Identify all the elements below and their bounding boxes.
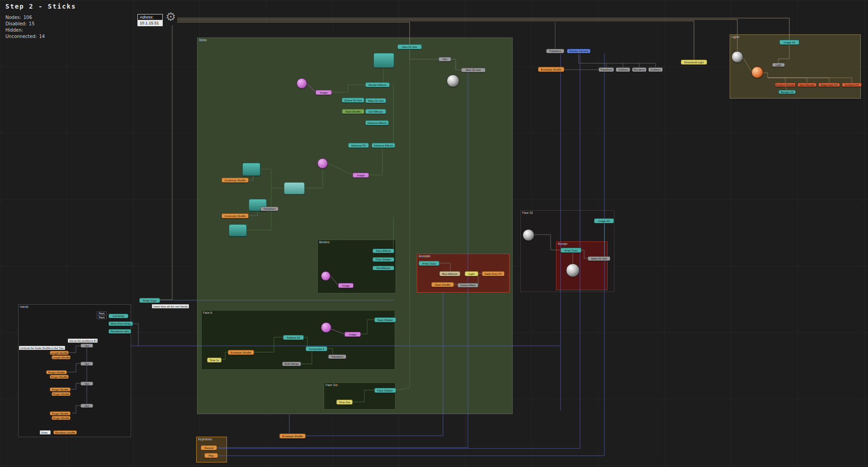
renderer-circle-1[interactable] bbox=[297, 78, 307, 89]
finger-shuffle-3[interactable]: Finger Shuffle bbox=[50, 387, 71, 392]
advance-effects-node-2[interactable]: Advance Effects bbox=[372, 143, 395, 148]
wire-02-node[interactable]: Wire 02 /w/e bbox=[461, 68, 486, 72]
get-effector-node-2[interactable]: Get Effector bbox=[373, 266, 394, 270]
warp-01-node[interactable]: Warp 01 /w/e bbox=[365, 98, 386, 103]
spot-render-node[interactable]: Spot Render bbox=[797, 83, 816, 87]
stick-shuffle-node[interactable]: Stick Shuffle bbox=[342, 109, 364, 114]
envelope-shuffle-top[interactable]: Envelope Shuffle bbox=[538, 67, 564, 72]
finger-shuffle-2[interactable]: Finger Shuffle bbox=[50, 375, 69, 379]
render-03-node[interactable]: Render 03 bbox=[778, 90, 796, 94]
geo-node-5[interactable] bbox=[229, 224, 247, 236]
render-effects-node[interactable]: Render Effects bbox=[365, 82, 390, 87]
colour-warp-node[interactable]: Colour Warp bbox=[458, 283, 478, 288]
continuity-shuffle-1[interactable]: Continuity Shuffle bbox=[222, 178, 249, 183]
image-03-node[interactable]: Image 03 bbox=[594, 218, 614, 223]
get-effector-node-1[interactable]: Get Effector bbox=[365, 109, 386, 114]
display-camera-node[interactable]: Display Camera bbox=[567, 49, 590, 53]
play-node[interactable]: Play bbox=[204, 453, 218, 458]
renderers-node[interactable]: Renderers /w/e bbox=[108, 329, 131, 334]
out-node-2[interactable]: Out bbox=[80, 362, 93, 366]
lights-render-sphere-2[interactable] bbox=[751, 66, 763, 78]
stat-disabled: Disabled:15 bbox=[5, 21, 76, 27]
light-node-2[interactable]: Light bbox=[465, 271, 478, 276]
face-shatter-node-1[interactable]: Face Shatter bbox=[373, 257, 394, 262]
settings-gear-icon[interactable]: ⚙ bbox=[165, 10, 176, 24]
image-node-3[interactable]: Image bbox=[338, 283, 354, 288]
collision-node[interactable]: Collision bbox=[616, 67, 630, 72]
length-shuffle-1[interactable]: Length Shuffle bbox=[50, 351, 69, 355]
continuity-shuffle-2[interactable]: Continuity Shuffle bbox=[222, 213, 249, 218]
image-node-2[interactable]: Image bbox=[353, 173, 369, 178]
transform-node-mid[interactable]: Transform bbox=[260, 207, 278, 211]
dash-shuffle-node[interactable]: Dash Shuffle bbox=[431, 282, 454, 287]
envelope-shuffle-2[interactable]: Envelope Shuffle bbox=[228, 350, 254, 355]
geo-node-3[interactable] bbox=[284, 182, 305, 194]
renderer-circle-4[interactable] bbox=[321, 322, 331, 333]
renderer-circle-3[interactable] bbox=[321, 271, 330, 281]
stat-unconnected: Unconnected:14 bbox=[5, 33, 76, 40]
left-array-node[interactable]: Left Array bbox=[108, 314, 128, 318]
out-node-1[interactable]: Out bbox=[80, 344, 93, 348]
time-1x-node[interactable]: Time 1x bbox=[207, 358, 222, 363]
edgemask-fx-node[interactable]: Edgemask FX bbox=[818, 83, 840, 87]
value-02-node[interactable]: Value 02 /w/e bbox=[588, 256, 610, 261]
finger-shuffle-1[interactable]: Finger Shuffle bbox=[46, 370, 67, 374]
length-shuffle-2[interactable]: Length Shuffle bbox=[52, 355, 71, 359]
face03-render-sphere[interactable]: Render bbox=[523, 229, 534, 241]
node-layer: Step 02 /w/eOutWire 02 /w/eTransformDisp… bbox=[0, 0, 868, 467]
transform-node-top[interactable]: Transform bbox=[546, 49, 564, 53]
envelope-shuffle-3[interactable]: Envelope Shuffle bbox=[279, 434, 306, 439]
out-node-3[interactable]: Out bbox=[80, 382, 93, 386]
ambient-fx-node[interactable]: Ambient FX bbox=[842, 83, 862, 87]
light-small-node[interactable]: Light bbox=[772, 63, 785, 67]
transform-node-2[interactable]: Transform bbox=[328, 354, 346, 359]
face-effects-node[interactable]: Face Effects bbox=[373, 249, 394, 253]
finger-shuffle-4[interactable]: Finger Shuffle bbox=[52, 392, 71, 396]
face-shatter-node-2[interactable]: Face Shatter bbox=[374, 317, 396, 322]
image-node-4[interactable]: Image bbox=[344, 332, 361, 337]
renderer-node-top[interactable]: Renderer bbox=[632, 67, 646, 72]
image-node-1[interactable]: Image bbox=[316, 90, 332, 95]
address-input[interactable]: 10.1.15.51 bbox=[137, 20, 163, 26]
time-out-node[interactable]: Time Out bbox=[336, 400, 353, 405]
render-sphere-top[interactable] bbox=[447, 75, 459, 87]
fade-grey-fx-node[interactable]: Fade Grey FX bbox=[482, 271, 505, 276]
face-shatter-node-3[interactable]: Face Shatter bbox=[374, 388, 396, 393]
stat-nodes: Nodes:106 bbox=[5, 14, 76, 21]
geo-node-1[interactable] bbox=[373, 53, 394, 68]
out-node-top[interactable]: Out bbox=[439, 57, 451, 61]
advance-fx-node[interactable]: Advance FX bbox=[348, 143, 369, 148]
directional-light-node[interactable]: Directional Light bbox=[681, 60, 707, 65]
header: Step 2 - Sticks Nodes:106 Disabled:15 Hi… bbox=[5, 3, 76, 40]
node-graph-canvas[interactable]: SticksBordersFace AFace OutAnnotateHands… bbox=[0, 0, 868, 467]
finger-shuffle-6[interactable]: Finger Shuffle bbox=[52, 416, 71, 420]
ambient-render-node[interactable]: Ambient Render bbox=[775, 83, 796, 87]
image-04-node[interactable]: Image 04 bbox=[779, 40, 799, 45]
comment-problems-1: Get at the problems #1 0 bbox=[68, 339, 98, 343]
blue-effector-node[interactable]: Blue Effector bbox=[439, 271, 460, 276]
wrist-point-array-node[interactable]: Wrist Point Array bbox=[108, 321, 133, 326]
renderer-circle-2[interactable] bbox=[317, 158, 328, 169]
advance-effects-node-1[interactable]: Advance Effects bbox=[365, 120, 389, 125]
transform-2-node[interactable]: Transform bbox=[599, 67, 614, 72]
face03-render-sphere-2[interactable] bbox=[566, 264, 580, 277]
multi-merge-node[interactable]: Multi Merge bbox=[282, 362, 301, 366]
analyze-02-node[interactable]: Analyze 02 bbox=[283, 335, 304, 340]
rack-node-2[interactable]: Rack bbox=[97, 316, 107, 319]
finger-shuffle-5[interactable]: Finger Shuffle bbox=[50, 411, 71, 415]
lights-render-sphere[interactable]: Render bbox=[731, 51, 743, 63]
geo-node-2[interactable] bbox=[242, 163, 260, 176]
queue-01-node[interactable]: Queue 01 /w/e bbox=[342, 98, 364, 103]
collision-2-node[interactable]: Collision bbox=[648, 67, 663, 72]
step-02-node[interactable]: Step 02 /w/e bbox=[397, 44, 422, 49]
comment-problems-2: Unhook the Node Shuffle in the Two #prob… bbox=[19, 346, 65, 350]
renderer-shuffle-node[interactable]: Renderer shuffle bbox=[53, 430, 77, 434]
record-node[interactable]: Record bbox=[201, 445, 217, 450]
composite-3-node[interactable]: Composite 3 bbox=[306, 346, 327, 351]
out-node-4[interactable]: Out bbox=[80, 404, 93, 408]
array-copy-node-2[interactable]: Array Copy bbox=[561, 248, 581, 253]
array-copy-node-1[interactable]: Array Copy bbox=[419, 261, 439, 266]
page-title: Step 2 - Sticks bbox=[5, 3, 76, 10]
rack-node-1[interactable]: Rack bbox=[97, 311, 107, 315]
array-copy-node-3[interactable]: Array Copy bbox=[139, 298, 160, 303]
